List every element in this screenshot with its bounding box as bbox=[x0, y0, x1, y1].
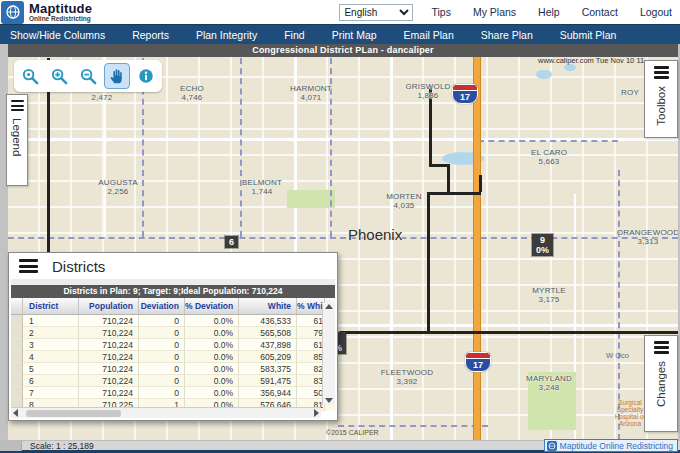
map-label-augusta: AUGUSTA2,256 bbox=[98, 178, 137, 196]
menu-item-email-plan[interactable]: Email Plan bbox=[404, 29, 454, 41]
districts-menu-icon[interactable] bbox=[19, 259, 38, 273]
changes-tab-label: Changes bbox=[655, 361, 667, 407]
menu-item-print-map[interactable]: Print Map bbox=[332, 29, 377, 41]
menu-item-share-plan[interactable]: Share Plan bbox=[481, 29, 533, 41]
zoom-in-button[interactable] bbox=[46, 63, 72, 89]
changes-panel-tab[interactable]: Changes bbox=[644, 335, 678, 432]
menu-item-submit-plan[interactable]: Submit Plan bbox=[560, 29, 617, 41]
map-scale: Scale: 1 : 25,189 bbox=[30, 441, 94, 451]
main-menubar: Show/Hide ColumnsReportsPlan IntegrityFi… bbox=[0, 24, 680, 44]
map-label-roy: ROY bbox=[621, 88, 639, 97]
language-select[interactable]: English bbox=[339, 4, 413, 21]
city-label-phoenix: Phoenix bbox=[348, 226, 402, 243]
map-label-el-caro: EL CARO5,663 bbox=[531, 148, 567, 166]
district-marker-6: 6 bbox=[225, 236, 238, 248]
scroll-right-icon[interactable] bbox=[314, 409, 319, 417]
column-header-population[interactable]: Population bbox=[79, 298, 139, 314]
header-link-contact[interactable]: Contact bbox=[582, 6, 618, 18]
street-label: W Oco bbox=[606, 351, 629, 360]
map-label-morten: MORTEN4,035 bbox=[386, 192, 422, 210]
districts-panel: Districts Districts in Plan: 9; Target: … bbox=[8, 252, 338, 421]
column-header-deviation[interactable]: Deviation bbox=[139, 298, 185, 314]
app-logo: Maptitude Online Redistricting bbox=[0, 1, 92, 24]
interstate-17-highway bbox=[473, 44, 481, 440]
status-grip bbox=[0, 441, 22, 451]
column-header-white[interactable]: White bbox=[239, 298, 297, 314]
table-row[interactable]: 6710,22400.0%591,47583 bbox=[11, 375, 335, 387]
table-row[interactable]: 1710,22400.0%436,53361 bbox=[11, 315, 335, 327]
districts-table-header: DistrictPopulationDeviation% DeviationWh… bbox=[11, 298, 335, 315]
map-label-belmont: BELMONT1,744 bbox=[242, 178, 282, 196]
map-label-maryland: MARYLAND3,248 bbox=[526, 374, 572, 392]
legend-menu-icon[interactable] bbox=[11, 100, 24, 111]
scroll-down-icon[interactable] bbox=[325, 398, 333, 403]
table-row[interactable]: 7710,22400.0%356,94450 bbox=[11, 387, 335, 399]
menu-item-reports[interactable]: Reports bbox=[132, 29, 169, 41]
column-header-white[interactable]: % White bbox=[297, 298, 325, 314]
maptitude-logo-icon bbox=[1, 1, 24, 24]
table-row[interactable]: 4710,22400.0%605,20985 bbox=[11, 351, 335, 363]
map-label-griswold: GRISWOLD1,836 bbox=[405, 82, 450, 100]
toolbox-tab-label: Toolbox bbox=[655, 86, 667, 126]
zoom-region-button[interactable] bbox=[17, 63, 43, 89]
district-marker-9: 90% bbox=[532, 234, 553, 256]
info-button[interactable] bbox=[133, 63, 159, 89]
header-link-my-plans[interactable]: My Plans bbox=[473, 6, 516, 18]
table-horizontal-scrollbar[interactable] bbox=[11, 407, 321, 418]
interstate-17-shield: 17 bbox=[452, 84, 478, 104]
menu-item-find[interactable]: Find bbox=[284, 29, 304, 41]
legend-tab-label: Legend bbox=[11, 118, 23, 156]
app-title: Maptitude bbox=[29, 3, 92, 15]
scrollbar-thumb[interactable] bbox=[26, 410, 121, 417]
interstate-17-shield: 17 bbox=[465, 352, 491, 372]
table-row[interactable]: 3710,22400.0%437,89861 bbox=[11, 339, 335, 351]
scroll-up-icon[interactable] bbox=[325, 304, 333, 309]
districts-panel-title: Districts bbox=[52, 258, 105, 275]
header-link-tips[interactable]: Tips bbox=[431, 6, 450, 18]
brand-badge-label: Maptitude Online Redistricting bbox=[560, 441, 673, 451]
districts-table-body: 1710,22400.0%436,533612710,22400.0%565,5… bbox=[11, 315, 335, 411]
column-header-deviation[interactable]: % Deviation bbox=[185, 298, 239, 314]
pan-button[interactable] bbox=[104, 63, 130, 89]
menu-item-plan-integrity[interactable]: Plan Integrity bbox=[196, 29, 257, 41]
column-header-district[interactable]: District bbox=[23, 298, 79, 314]
header-link-help[interactable]: Help bbox=[538, 6, 560, 18]
toolbox-menu-icon[interactable] bbox=[654, 66, 669, 79]
map-watermark: www.caliper.com Tue Nov 10 11 bbox=[538, 56, 644, 65]
table-vertical-scrollbar[interactable] bbox=[322, 302, 335, 405]
map-copyright: ©2015 CALIPER bbox=[326, 429, 379, 436]
menu-item-show-hide-columns[interactable]: Show/Hide Columns bbox=[10, 29, 105, 41]
scroll-left-icon[interactable] bbox=[13, 409, 18, 417]
legend-panel-tab[interactable]: Legend bbox=[6, 94, 28, 186]
changes-menu-icon[interactable] bbox=[654, 341, 669, 354]
app-subtitle: Online Redistricting bbox=[29, 15, 92, 22]
top-header: Maptitude Online Redistricting English T… bbox=[0, 0, 680, 24]
table-row[interactable]: 5710,22400.0%583,37582 bbox=[11, 363, 335, 375]
map-region: 17 17 MANZANITA2,472ECHO4,746HARMONT4,07… bbox=[8, 44, 678, 440]
table-row[interactable]: 2710,22400.0%565,50879 bbox=[11, 327, 335, 339]
toolbox-panel-tab[interactable]: Toolbox bbox=[644, 60, 678, 138]
map-label-fleetwood: FLEETWOOD3,392 bbox=[381, 368, 433, 386]
brand-globe-icon bbox=[547, 441, 557, 451]
map-label-myrtle: MYRTLE3,175 bbox=[532, 286, 566, 304]
map-title-bar: Congressional District PLan - dancaliper bbox=[8, 44, 678, 57]
districts-table: DistrictPopulationDeviation% DeviationWh… bbox=[11, 298, 335, 411]
header-links: TipsMy PlansHelpContactLogout bbox=[431, 6, 672, 18]
map-label-harmont: HARMONT4,071 bbox=[290, 84, 332, 102]
map-label-orangewood: ORANGEWOOD3,313 bbox=[617, 228, 678, 246]
map-toolbar bbox=[14, 60, 162, 92]
map-label-echo: ECHO4,746 bbox=[180, 84, 204, 102]
districts-table-title: Districts in Plan: 9; Target: 9;Ideal Po… bbox=[11, 285, 335, 298]
brand-badge[interactable]: Maptitude Online Redistricting bbox=[544, 439, 678, 452]
zoom-out-button[interactable] bbox=[75, 63, 101, 89]
maptitude-app: Maptitude Online Redistricting English T… bbox=[0, 0, 680, 453]
header-link-logout[interactable]: Logout bbox=[640, 6, 672, 18]
